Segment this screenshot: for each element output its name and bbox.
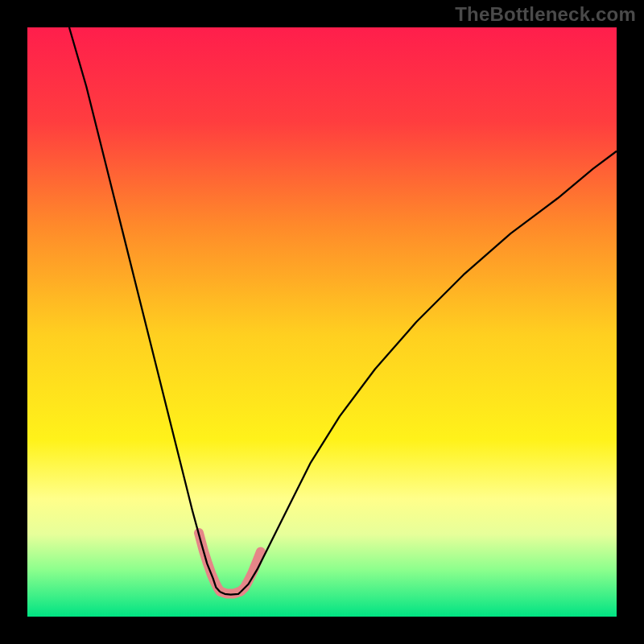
- plot-area: [27, 27, 617, 617]
- chart-svg: [27, 27, 617, 617]
- chart-frame: TheBottleneck.com: [0, 0, 644, 644]
- watermark-text: TheBottleneck.com: [455, 3, 636, 26]
- chart-background: [27, 27, 617, 617]
